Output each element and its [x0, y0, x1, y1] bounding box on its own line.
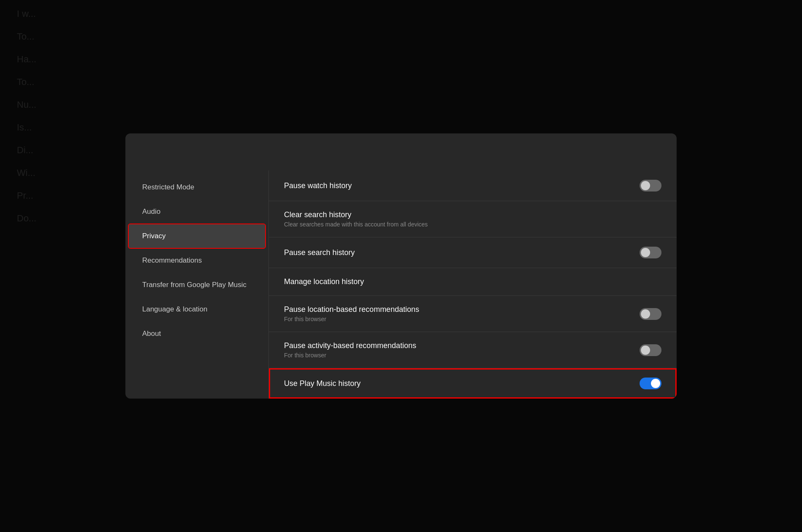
- setting-label-pause-search-history: Pause search history: [284, 248, 355, 257]
- toggle-pause-search-history[interactable]: [640, 247, 661, 258]
- toggle-thumb-use-play-music-history: [651, 379, 660, 388]
- modal-body: Restricted ModeAudioPrivacyRecommendatio…: [125, 170, 677, 399]
- setting-label-pause-location-recommendations: Pause location-based recommendations: [284, 305, 419, 314]
- sidebar-item-audio[interactable]: Audio: [129, 200, 265, 223]
- sidebar-item-privacy[interactable]: Privacy: [129, 224, 265, 248]
- close-button[interactable]: [645, 145, 661, 162]
- setting-info-clear-search-history: Clear search historyClear searches made …: [284, 210, 428, 228]
- setting-info-pause-search-history: Pause search history: [284, 248, 355, 257]
- setting-row-pause-search-history[interactable]: Pause search history: [269, 237, 677, 268]
- sidebar: Restricted ModeAudioPrivacyRecommendatio…: [125, 170, 268, 399]
- toggle-thumb-pause-location-recommendations: [641, 309, 650, 319]
- setting-info-pause-activity-recommendations: Pause activity-based recommendationsFor …: [284, 341, 416, 359]
- setting-label-use-play-music-history: Use Play Music history: [284, 379, 361, 388]
- setting-row-pause-watch-history[interactable]: Pause watch history: [269, 170, 677, 201]
- toggle-pause-location-recommendations[interactable]: [640, 308, 661, 320]
- setting-label-pause-activity-recommendations: Pause activity-based recommendations: [284, 341, 416, 350]
- setting-info-pause-location-recommendations: Pause location-based recommendationsFor …: [284, 305, 419, 322]
- setting-row-clear-search-history: Clear search historyClear searches made …: [269, 201, 677, 237]
- setting-label-manage-location-history: Manage location history: [284, 277, 364, 286]
- setting-info-manage-location-history: Manage location history: [284, 277, 364, 286]
- setting-row-use-play-music-history[interactable]: Use Play Music history: [269, 368, 677, 399]
- setting-row-pause-location-recommendations[interactable]: Pause location-based recommendationsFor …: [269, 296, 677, 332]
- modal-header: [125, 133, 677, 170]
- setting-sublabel-pause-activity-recommendations: For this browser: [284, 352, 416, 359]
- toggle-use-play-music-history[interactable]: [640, 378, 661, 389]
- setting-sublabel-clear-search-history: Clear searches made with this account fr…: [284, 221, 428, 228]
- setting-row-manage-location-history: Manage location history: [269, 268, 677, 296]
- toggle-thumb-pause-activity-recommendations: [641, 346, 650, 355]
- sidebar-item-recommendations[interactable]: Recommendations: [129, 249, 265, 272]
- modal-backdrop: Restricted ModeAudioPrivacyRecommendatio…: [0, 0, 802, 532]
- setting-row-pause-activity-recommendations[interactable]: Pause activity-based recommendationsFor …: [269, 332, 677, 368]
- setting-label-pause-watch-history: Pause watch history: [284, 181, 352, 190]
- sidebar-item-language[interactable]: Language & location: [129, 298, 265, 321]
- sidebar-item-about[interactable]: About: [129, 322, 265, 346]
- setting-info-pause-watch-history: Pause watch history: [284, 181, 352, 190]
- toggle-pause-activity-recommendations[interactable]: [640, 344, 661, 356]
- toggle-thumb-pause-watch-history: [641, 181, 650, 190]
- settings-modal: Restricted ModeAudioPrivacyRecommendatio…: [125, 133, 677, 399]
- sidebar-item-transfer[interactable]: Transfer from Google Play Music: [129, 273, 265, 297]
- sidebar-item-restricted-mode[interactable]: Restricted Mode: [129, 176, 265, 199]
- setting-info-use-play-music-history: Use Play Music history: [284, 379, 361, 388]
- toggle-pause-watch-history[interactable]: [640, 180, 661, 192]
- setting-sublabel-pause-location-recommendations: For this browser: [284, 316, 419, 322]
- toggle-thumb-pause-search-history: [641, 248, 650, 257]
- setting-label-clear-search-history: Clear search history: [284, 210, 428, 219]
- content-panel: Pause watch historyClear search historyC…: [268, 170, 677, 399]
